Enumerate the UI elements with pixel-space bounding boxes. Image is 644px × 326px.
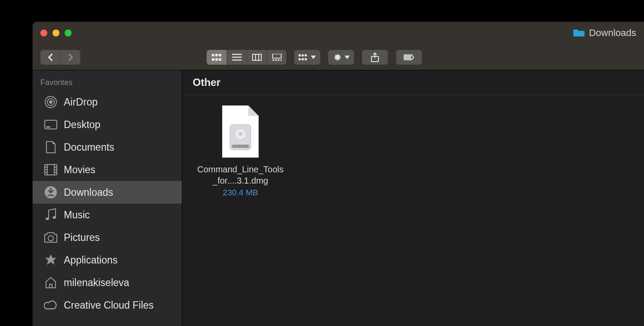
documents-icon [44, 141, 58, 154]
svg-rect-12 [273, 54, 281, 58]
sidebar-item-movies[interactable]: Movies [33, 158, 182, 181]
desktop-icon [44, 120, 58, 129]
view-mode-group [207, 50, 286, 65]
folder-icon [573, 29, 585, 37]
svg-rect-6 [232, 54, 242, 55]
svg-rect-29 [46, 126, 50, 128]
svg-rect-0 [212, 54, 214, 56]
movies-icon [44, 164, 58, 175]
toolbar [33, 44, 644, 70]
dmg-file-icon [220, 105, 260, 158]
window-title-area: Downloads [573, 27, 636, 39]
tags-button[interactable] [396, 50, 422, 65]
group-by-button-group [294, 50, 320, 65]
sidebar-item-label: Downloads [64, 187, 113, 198]
sidebar-item-label: AirDrop [64, 96, 98, 108]
share-button[interactable] [362, 50, 388, 65]
svg-point-42 [53, 216, 56, 219]
gear-icon [332, 53, 341, 62]
sidebar-item-home[interactable]: milenakiseleva [33, 271, 182, 294]
window-body: Favorites AirDrop Desktop Documents [33, 70, 644, 326]
svg-rect-17 [299, 54, 301, 56]
back-button[interactable] [40, 50, 60, 65]
chevron-down-icon [311, 56, 316, 59]
svg-rect-48 [233, 145, 235, 147]
sidebar-item-label: Creative Cloud Files [64, 300, 154, 311]
home-icon [44, 277, 58, 289]
sidebar-section-label: Favorites [33, 78, 182, 91]
svg-rect-3 [212, 58, 214, 61]
svg-point-41 [46, 217, 49, 220]
sidebar-item-airdrop[interactable]: AirDrop [33, 91, 182, 113]
sidebar-item-desktop[interactable]: Desktop [33, 113, 182, 136]
column-view-button[interactable] [246, 50, 266, 65]
svg-rect-5 [219, 58, 221, 61]
svg-rect-1 [215, 54, 218, 56]
minimize-button[interactable] [53, 30, 59, 36]
svg-rect-52 [244, 145, 245, 147]
titlebar: Downloads [33, 22, 644, 44]
icon-grid: Command_Line_Tools_for....3.1.dmg 230.4 … [182, 95, 644, 208]
svg-rect-7 [232, 56, 242, 58]
svg-rect-16 [280, 59, 282, 61]
svg-rect-21 [302, 58, 304, 60]
file-size: 230.4 MB [197, 188, 284, 198]
gallery-view-button[interactable] [266, 50, 286, 65]
svg-rect-19 [305, 54, 307, 56]
action-button[interactable] [328, 50, 354, 65]
sidebar-item-label: Applications [64, 254, 118, 266]
sidebar-item-creative-cloud[interactable]: Creative Cloud Files [33, 294, 182, 316]
svg-rect-9 [253, 54, 261, 60]
window-controls [40, 30, 72, 36]
airdrop-icon [44, 95, 58, 109]
svg-rect-51 [241, 145, 243, 147]
sidebar-item-label: Pictures [64, 232, 100, 244]
svg-rect-49 [236, 145, 237, 147]
downloads-icon [44, 186, 58, 199]
sidebar-item-label: Music [64, 209, 90, 221]
icon-view-button[interactable] [207, 50, 227, 65]
svg-rect-22 [305, 58, 307, 60]
sidebar-item-downloads[interactable]: Downloads [33, 181, 182, 204]
sidebar-item-label: Desktop [64, 119, 100, 131]
file-item[interactable]: Command_Line_Tools_for....3.1.dmg 230.4 … [197, 105, 284, 198]
music-icon [44, 208, 58, 221]
svg-rect-18 [302, 54, 304, 56]
sidebar-item-documents[interactable]: Documents [33, 136, 182, 158]
fullscreen-button[interactable] [65, 30, 72, 36]
chevron-down-icon [345, 56, 350, 59]
group-header: Other [182, 70, 644, 95]
svg-rect-20 [299, 58, 301, 60]
window-title: Downloads [589, 27, 636, 39]
creative-cloud-icon [44, 300, 58, 310]
finder-window: Downloads [33, 22, 644, 326]
svg-point-24 [411, 56, 413, 58]
sidebar-item-label: Documents [64, 142, 114, 153]
group-by-button[interactable] [294, 50, 320, 65]
action-button-group [328, 50, 354, 65]
sidebar: Favorites AirDrop Desktop Documents [33, 70, 182, 326]
svg-rect-53 [246, 145, 248, 147]
pictures-icon [44, 232, 58, 243]
svg-rect-4 [215, 58, 218, 61]
svg-point-46 [239, 132, 242, 136]
applications-icon [44, 254, 58, 267]
svg-rect-50 [239, 145, 240, 147]
tag-icon [403, 53, 415, 61]
list-view-button[interactable] [227, 50, 246, 65]
close-button[interactable] [40, 30, 47, 36]
share-icon [371, 53, 379, 62]
nav-buttons [40, 50, 80, 65]
sidebar-item-pictures[interactable]: Pictures [33, 226, 182, 249]
svg-rect-2 [219, 54, 221, 56]
svg-point-43 [48, 236, 53, 241]
svg-rect-13 [273, 59, 274, 61]
svg-rect-15 [278, 59, 279, 61]
sidebar-item-applications[interactable]: Applications [33, 249, 182, 271]
sidebar-item-music[interactable]: Music [33, 204, 182, 226]
sidebar-item-label: Movies [64, 164, 95, 176]
svg-rect-8 [232, 59, 242, 61]
svg-rect-14 [275, 59, 277, 61]
content-area: Other [182, 70, 644, 326]
forward-button[interactable] [60, 50, 80, 65]
